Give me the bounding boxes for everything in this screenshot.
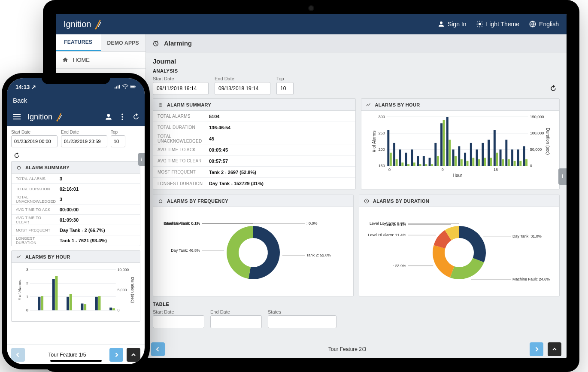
phone-brand-text: Ignition [27, 113, 52, 122]
alarms-by-hour-chart: 150200250300050,000100,000150,0000918Hou… [366, 113, 555, 178]
phone-tour-expand-button[interactable] [127, 348, 140, 362]
svg-rect-64 [502, 159, 504, 166]
end-date-input[interactable] [215, 82, 270, 95]
phone-alarms-by-hour-chart: 012305,00010,000# of AlarmsDuration (sec… [16, 265, 136, 317]
summary-key: LONGEST DURATION [12, 236, 60, 245]
summary-key: TOTAL ALARMS [12, 177, 60, 181]
table-filters: Start Date End Date States [153, 309, 560, 328]
top-input[interactable] [276, 82, 294, 95]
summary-rows: TOTAL ALARMS5104TOTAL DURATION136:46:54T… [153, 111, 355, 189]
svg-rect-99 [135, 86, 136, 87]
table-end-input[interactable] [210, 315, 262, 328]
summary-row: AVG TIME TO ACK00:05:45 [153, 144, 355, 156]
summary-key: TOTAL DURATION [153, 125, 209, 130]
phone-info-tab[interactable]: i [138, 153, 145, 166]
svg-rect-44 [443, 120, 445, 166]
person-icon[interactable] [104, 113, 113, 121]
tab-features[interactable]: FEATURES [56, 34, 101, 51]
sign-in-label: Sign In [448, 21, 467, 27]
theme-label: Light Theme [486, 21, 520, 27]
summary-row: AVG TIME TO CLEAR01:09:30 [12, 215, 140, 225]
summary-value: Tank 2 - 2697 (52.8%) [209, 170, 256, 175]
svg-rect-53 [470, 143, 472, 166]
phone-tour-next-button[interactable] [109, 348, 123, 362]
svg-point-0 [95, 28, 97, 30]
clock-icon [364, 198, 370, 204]
svg-text:2: 2 [26, 281, 28, 285]
phone-alarms-by-hour-panel: ALARMS BY HOUR 012305,00010,000# of Alar… [11, 250, 140, 322]
summary-row: TOTAL UNACKNOWLEDGED45 [153, 133, 355, 144]
line-chart-icon [16, 254, 22, 260]
summary-title: ALARM SUMMARY [167, 102, 211, 107]
theme-toggle[interactable]: Light Theme [476, 20, 520, 28]
svg-text:0: 0 [118, 308, 120, 312]
home-indicator [50, 360, 102, 362]
more-icon[interactable] [118, 113, 127, 121]
language-label: English [539, 21, 559, 27]
phone-refresh-button[interactable] [11, 150, 22, 161]
brand-logo[interactable]: Ignition [64, 18, 102, 30]
summary-row: TOTAL ALARMS5104 [153, 111, 355, 122]
wifi-icon [122, 84, 128, 90]
svg-rect-68 [513, 161, 515, 166]
svg-rect-57 [482, 143, 484, 166]
svg-rect-37 [422, 156, 424, 166]
content-area: Alarming Journal ANALYSIS Start Date End… [146, 34, 567, 358]
svg-rect-41 [434, 143, 436, 166]
svg-rect-94 [116, 86, 117, 88]
svg-rect-31 [405, 153, 407, 166]
summary-key: MOST FREQUENT [153, 170, 209, 174]
svg-text:250: 250 [378, 131, 385, 135]
svg-rect-58 [484, 158, 486, 166]
alarm-small-icon [16, 165, 22, 171]
svg-text:0: 0 [530, 164, 532, 168]
nav-home[interactable]: HOME [56, 52, 145, 69]
svg-rect-27 [393, 143, 395, 166]
svg-rect-54 [472, 158, 474, 166]
start-date-input[interactable] [153, 82, 209, 95]
svg-rect-98 [130, 86, 135, 87]
summary-row: LONGEST DURATIONDay Tank - 152729 (31%) [153, 178, 355, 189]
svg-text:Level Lo Alarm: 0.1%: Level Lo Alarm: 0.1% [164, 221, 200, 226]
alarm-icon [152, 40, 160, 47]
summary-value: Tank 1 - 7621 (93.4%) [60, 238, 107, 243]
phone-top-input[interactable] [111, 135, 125, 147]
table-end-label: End Date [210, 309, 262, 314]
info-tab[interactable]: i [558, 168, 567, 185]
svg-text:Hour: Hour [452, 173, 462, 178]
phone-tour-prev-button[interactable] [11, 348, 25, 362]
svg-point-79 [159, 200, 162, 203]
svg-text:150: 150 [378, 164, 385, 168]
tour-next-button[interactable] [530, 342, 543, 356]
phone-tour-label: Tour Feature 1/5 [48, 352, 86, 358]
language-button[interactable]: English [529, 20, 559, 28]
tour-expand-button[interactable] [548, 342, 561, 356]
summary-row: AVG TIME TO CLEAR00:57:57 [153, 156, 355, 167]
svg-rect-46 [449, 140, 451, 166]
phone-back-bar[interactable]: Back [7, 93, 145, 107]
tablet-camera [309, 6, 313, 10]
phone-end-input[interactable] [61, 135, 107, 147]
svg-rect-52 [466, 161, 468, 166]
tab-demo-apps[interactable]: DEMO APPS [101, 34, 146, 51]
svg-text:# of Alarms: # of Alarms [371, 131, 376, 152]
svg-text:100,000: 100,000 [530, 131, 544, 135]
tour-prev-button[interactable] [151, 342, 165, 356]
line-chart-icon [366, 102, 372, 108]
phone-start-input[interactable] [11, 135, 58, 147]
svg-rect-60 [490, 158, 492, 166]
summary-key: TOTAL UNACKNOWLEDGED [12, 195, 60, 204]
refresh-icon[interactable] [132, 113, 140, 121]
table-states-input[interactable] [268, 315, 336, 328]
svg-rect-28 [395, 159, 397, 166]
summary-key: TOTAL DURATION [12, 187, 60, 191]
menu-button[interactable] [11, 113, 22, 121]
svg-rect-65 [505, 140, 507, 166]
tab-features-label: FEATURES [64, 39, 92, 45]
table-start-input[interactable] [153, 315, 204, 328]
sign-in-button[interactable]: Sign In [437, 20, 467, 28]
summary-value: 00:57:57 [209, 159, 228, 164]
svg-text:Tank 2: 52.8%: Tank 2: 52.8% [306, 253, 331, 257]
summary-row: TOTAL DURATION136:46:54 [153, 122, 355, 133]
refresh-button[interactable] [547, 82, 560, 95]
